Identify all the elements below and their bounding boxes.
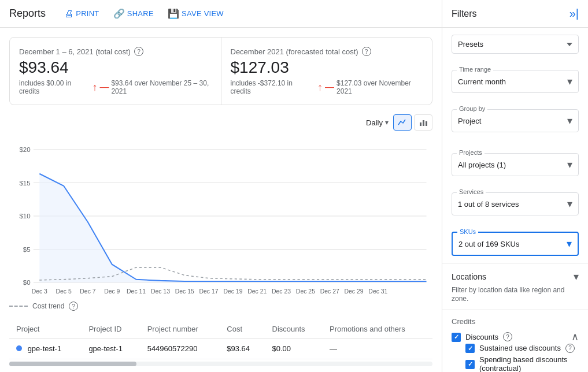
svg-text:Dec 17: Dec 17 (199, 288, 219, 295)
forecast-includes: includes -$372.10 in credits (231, 79, 311, 95)
cell-cost: $93.64 (220, 338, 265, 359)
time-range-group: Time range Current month ▾ (452, 70, 579, 93)
cell-promotions: — (323, 338, 432, 359)
bar-chart-icon (419, 118, 428, 127)
filter-credits-section: Credits Discounts ? ∧ Sustained use disc… (442, 310, 588, 372)
svg-rect-1 (423, 120, 424, 126)
chevron-down-services-icon: ▾ (567, 198, 572, 210)
svg-text:Dec 13: Dec 13 (151, 288, 170, 295)
line-chart-button[interactable] (393, 114, 412, 131)
content-area: December 1 – 6, 2021 (total cost) ? $93.… (0, 28, 442, 372)
discounts-checkbox[interactable] (452, 333, 461, 342)
bar-chart-button[interactable] (414, 114, 432, 131)
spending-based-checkbox[interactable] (465, 360, 475, 369)
projects-group: Projects All projects (1) ▾ (452, 153, 579, 176)
projects-label: Projects (457, 149, 485, 156)
table-row[interactable]: gpe-test-1 gpe-test-1 544960572290 $93.6… (9, 338, 432, 359)
up-arrow-forecast-icon: ↑ (317, 82, 323, 92)
filter-group-by-section: Group by Project ▾ (442, 100, 588, 139)
summary-card-title-actual: December 1 – 6, 2021 (total cost) ? (19, 47, 212, 56)
chart-container: $20 $15 $10 $5 $0 Dec 3 Dec 5 Dec 7 Dec … (9, 135, 432, 297)
actual-change: ↑ — $93.64 over November 25 – 30, 2021 (92, 79, 211, 95)
time-range-value[interactable]: Current month ▾ (452, 70, 578, 92)
svg-text:$10: $10 (19, 213, 30, 220)
sustained-use-label: Sustained use discounts (479, 344, 561, 352)
spending-based-row: Spending based discounts (contractual) (465, 355, 579, 372)
forecast-amount: $127.03 (231, 58, 423, 77)
credits-title: Credits (452, 317, 579, 326)
forecast-sub: includes -$372.10 in credits ↑ — $127.03… (231, 79, 423, 95)
help-icon-forecast[interactable]: ? (362, 47, 371, 56)
help-icon-sustained[interactable]: ? (565, 344, 575, 353)
save-icon: 💾 (168, 8, 179, 19)
locations-title: Locations (452, 272, 486, 281)
group-by-label: Group by (457, 105, 487, 112)
chart-svg: $20 $15 $10 $5 $0 Dec 3 Dec 5 Dec 7 Dec … (9, 135, 432, 297)
chevron-down-projects-icon: ▾ (567, 158, 572, 171)
filter-services-section: Services 1 out of 8 services ▾ (442, 183, 588, 222)
services-label: Services (457, 188, 486, 195)
svg-marker-13 (39, 174, 426, 282)
print-button[interactable]: 🖨 PRINT (60, 6, 104, 21)
project-color-dot (16, 345, 22, 351)
svg-text:$15: $15 (19, 180, 30, 187)
help-icon-chart[interactable]: ? (69, 302, 78, 311)
page-title: Reports (9, 8, 46, 20)
svg-text:Dec 29: Dec 29 (345, 288, 364, 295)
share-button[interactable]: 🔗 SHARE (109, 6, 158, 21)
table-body: gpe-test-1 gpe-test-1 544960572290 $93.6… (9, 338, 432, 359)
save-view-button[interactable]: 💾 SAVE VIEW (163, 6, 228, 21)
filters-collapse-button[interactable]: »| (569, 7, 579, 20)
projects-value[interactable]: All projects (1) ▾ (452, 154, 578, 176)
actual-includes: includes $0.00 in credits (19, 79, 85, 95)
cell-project-number: 544960572290 (140, 338, 220, 359)
line-chart-icon (398, 118, 407, 127)
forecast-change: ↑ — $127.03 over November 2021 (317, 79, 423, 95)
scrollbar-thumb (9, 362, 136, 366)
table-scrollbar[interactable] (9, 362, 432, 366)
skus-label: SKUs (457, 228, 478, 235)
sustained-use-checkbox[interactable] (465, 344, 475, 353)
svg-text:Dec 25: Dec 25 (296, 288, 315, 295)
skus-group: SKUs 2 out of 169 SKUs ▾ (452, 232, 579, 256)
help-icon-actual[interactable]: ? (134, 47, 143, 56)
svg-text:Dec 3: Dec 3 (32, 288, 47, 295)
daily-select[interactable]: Daily ▾ (366, 118, 389, 127)
svg-text:Dec 23: Dec 23 (272, 288, 291, 295)
svg-rect-2 (426, 121, 427, 126)
chevron-down-icon: ▾ (385, 118, 389, 127)
group-by-value[interactable]: Project ▾ (452, 110, 578, 132)
main-panel: Reports 🖨 PRINT 🔗 SHARE 💾 SAVE VIEW Dece… (0, 0, 442, 372)
chart-type-buttons (393, 114, 432, 131)
presets-select[interactable]: Presets (452, 35, 579, 54)
discounts-label: Discounts (465, 333, 498, 341)
collapse-discounts-icon[interactable]: ∧ (571, 330, 579, 343)
cell-discounts: $0.00 (265, 338, 323, 359)
skus-value[interactable]: 2 out of 169 SKUs ▾ (453, 233, 578, 255)
help-icon-discounts[interactable]: ? (503, 332, 512, 341)
filter-time-range-section: Time range Current month ▾ (442, 61, 588, 100)
services-value[interactable]: 1 out of 8 services ▾ (452, 193, 578, 215)
table-header: Project Project ID Project number Cost D… (9, 320, 432, 338)
spending-based-label: Spending based discounts (contractual) (479, 355, 579, 372)
chevron-down-locations-icon: ▾ (574, 270, 579, 283)
filter-projects-section: Projects All projects (1) ▾ (442, 144, 588, 183)
data-table: Project Project ID Project number Cost D… (9, 320, 432, 359)
cell-project-id: gpe-test-1 (82, 338, 140, 359)
summary-card-title-forecast: December 2021 (forecasted total cost) ? (231, 47, 423, 56)
filter-presets-section: Presets (442, 28, 588, 61)
filters-header: Filters »| (442, 0, 588, 28)
chart-header: Daily ▾ (9, 114, 432, 131)
col-discounts: Discounts (265, 320, 323, 338)
filter-locations-section: Locations ▾ Filter by location data like… (442, 263, 588, 310)
top-bar-actions: 🖨 PRINT 🔗 SHARE 💾 SAVE VIEW (60, 6, 228, 21)
svg-text:$20: $20 (19, 146, 30, 153)
locations-header[interactable]: Locations ▾ (452, 270, 579, 283)
discounts-header: Discounts ? ∧ (452, 330, 579, 343)
locations-subtitle: Filter by location data like region and … (452, 286, 564, 303)
services-group: Services 1 out of 8 services ▾ (452, 192, 579, 215)
share-icon: 🔗 (113, 8, 125, 19)
actual-sub: includes $0.00 in credits ↑ — $93.64 ove… (19, 79, 212, 95)
filters-panel: Filters »| Presets Time range Current mo… (442, 0, 588, 372)
actual-change-text: $93.64 over November 25 – 30, 2021 (111, 79, 211, 95)
